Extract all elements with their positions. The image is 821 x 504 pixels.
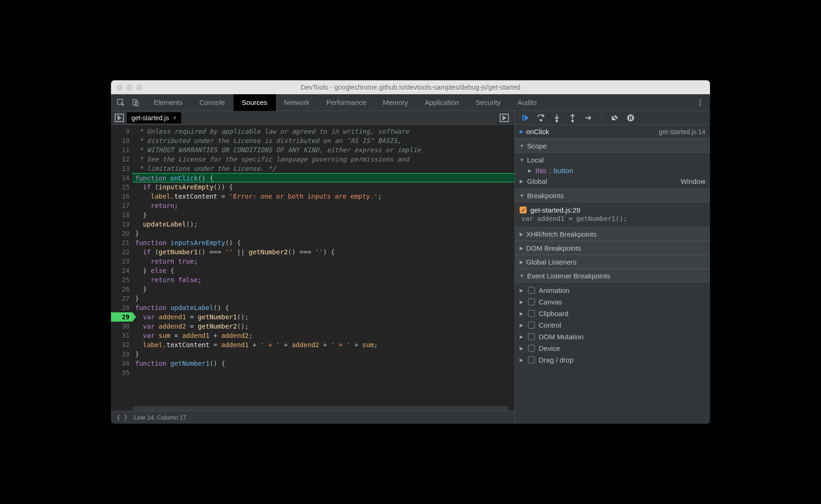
code-line[interactable]: * limitations under the License. */: [132, 164, 515, 173]
elb-category[interactable]: ▶Animation: [515, 284, 710, 296]
line-number[interactable]: 22: [111, 247, 130, 257]
line-number[interactable]: 15: [111, 182, 130, 192]
line-number[interactable]: 9: [111, 127, 130, 136]
line-number[interactable]: 17: [111, 201, 130, 210]
breakpoint-checkbox[interactable]: ✓: [520, 207, 527, 213]
code-line[interactable]: * Unless required by applicable law or a…: [132, 127, 515, 136]
code-line[interactable]: label.textContent = addend1 + ' + ' + ad…: [132, 340, 515, 349]
code-editor[interactable]: 9101112131415161718192021222324252627282…: [111, 125, 515, 411]
callstack-current[interactable]: ▶ onClick get-started.js:14: [515, 125, 710, 139]
panel-tab-audits[interactable]: Audits: [509, 94, 545, 111]
elb-checkbox[interactable]: [528, 322, 535, 329]
code-line[interactable]: if (inputsAreEmpty()) {: [132, 182, 515, 192]
elb-checkbox[interactable]: [528, 345, 535, 352]
elb-category[interactable]: ▶Clipboard: [515, 308, 710, 319]
code-line[interactable]: } else {: [132, 266, 515, 275]
code-line[interactable]: function updateLabel() {: [132, 303, 515, 312]
inspect-element-icon[interactable]: [116, 97, 126, 108]
elb-checkbox[interactable]: [528, 333, 535, 340]
device-toggle-icon[interactable]: [130, 97, 141, 108]
code-content[interactable]: * Unless required by applicable law or a…: [132, 125, 515, 411]
scope-this[interactable]: ▶ this: button: [515, 165, 710, 176]
line-number[interactable]: 25: [111, 275, 130, 284]
line-number[interactable]: 24: [111, 266, 130, 275]
line-gutter[interactable]: 9101112131415161718192021222324252627282…: [111, 125, 132, 411]
panel-tab-memory[interactable]: Memory: [375, 94, 417, 111]
code-line[interactable]: * See the License for the specific langu…: [132, 155, 515, 164]
code-line[interactable]: var addend2 = getNumber2();: [132, 322, 515, 331]
line-number[interactable]: 14: [111, 173, 130, 182]
scope-global[interactable]: ▶ Global Window: [515, 176, 710, 187]
elb-category[interactable]: ▶Control: [515, 319, 710, 331]
panel-tab-performance[interactable]: Performance: [318, 94, 375, 111]
line-number[interactable]: 26: [111, 284, 130, 294]
code-line[interactable]: function inputsAreEmpty() {: [132, 238, 515, 247]
line-number[interactable]: 29: [111, 312, 132, 322]
code-line[interactable]: }: [132, 229, 515, 238]
code-line[interactable]: * distributed under the License is distr…: [132, 136, 515, 145]
elb-category[interactable]: ▶Canvas: [515, 296, 710, 308]
elb-checkbox[interactable]: [528, 356, 535, 363]
horizontal-scrollbar[interactable]: [132, 406, 509, 411]
step-out-icon[interactable]: [568, 113, 577, 123]
code-line[interactable]: [132, 368, 515, 377]
line-number[interactable]: 30: [111, 322, 130, 331]
close-tab-icon[interactable]: ×: [173, 114, 176, 122]
step-icon[interactable]: [584, 113, 593, 123]
code-line[interactable]: }: [132, 210, 515, 220]
global-listeners-header[interactable]: ▶ Global Listeners: [515, 255, 710, 269]
line-number[interactable]: 13: [111, 164, 130, 173]
elb-checkbox[interactable]: [528, 287, 535, 294]
line-number[interactable]: 34: [111, 359, 130, 368]
breakpoint-item[interactable]: ✓ get-started.js:29 var addend1 = getNum…: [515, 204, 710, 225]
code-line[interactable]: * WITHOUT WARRANTIES OR CONDITIONS OF AN…: [132, 145, 515, 155]
line-number[interactable]: 35: [111, 368, 130, 377]
code-line[interactable]: function onClick() {: [132, 173, 515, 182]
code-line[interactable]: }: [132, 284, 515, 294]
panel-tab-console[interactable]: Console: [191, 94, 234, 111]
line-number[interactable]: 23: [111, 257, 130, 266]
code-line[interactable]: return false;: [132, 275, 515, 284]
code-line[interactable]: updateLabel();: [132, 220, 515, 229]
code-line[interactable]: }: [132, 294, 515, 303]
line-number[interactable]: 27: [111, 294, 130, 303]
pause-exceptions-icon[interactable]: [626, 113, 635, 123]
show-debugger-icon[interactable]: [499, 112, 510, 123]
panel-tab-sources[interactable]: Sources: [234, 94, 276, 111]
resume-icon[interactable]: [521, 113, 530, 123]
xhr-breakpoints-header[interactable]: ▶ XHR/fetch Breakpoints: [515, 227, 710, 241]
elb-checkbox[interactable]: [528, 298, 535, 305]
panel-tab-security[interactable]: Security: [467, 94, 509, 111]
line-number[interactable]: 33: [111, 349, 130, 359]
line-number[interactable]: 28: [111, 303, 130, 312]
pretty-print-icon[interactable]: { }: [117, 414, 127, 421]
line-number[interactable]: 20: [111, 229, 130, 238]
minimize-window-button[interactable]: [126, 84, 132, 90]
elb-category[interactable]: ▶Drag / drop: [515, 354, 710, 366]
line-number[interactable]: 10: [111, 136, 130, 145]
panel-tab-network[interactable]: Network: [276, 94, 318, 111]
event-listener-breakpoints-header[interactable]: ▼ Event Listener Breakpoints: [515, 269, 710, 283]
line-number[interactable]: 18: [111, 210, 130, 220]
line-number[interactable]: 32: [111, 340, 130, 349]
panel-tab-application[interactable]: Application: [417, 94, 467, 111]
elb-checkbox[interactable]: [528, 310, 535, 317]
dom-breakpoints-header[interactable]: ▶ DOM Breakpoints: [515, 241, 710, 255]
close-window-button[interactable]: [117, 84, 123, 90]
panel-tab-elements[interactable]: Elements: [145, 94, 191, 111]
step-over-icon[interactable]: [536, 113, 546, 123]
line-number[interactable]: 12: [111, 155, 130, 164]
breakpoints-section-header[interactable]: ▼ Breakpoints: [515, 188, 710, 202]
code-line[interactable]: if (getNumber1() === '' || getNumber2() …: [132, 247, 515, 257]
line-number[interactable]: 16: [111, 192, 130, 201]
more-options-icon[interactable]: [695, 97, 705, 108]
code-line[interactable]: label.textContent = 'Error: one or both …: [132, 192, 515, 201]
code-line[interactable]: function getNumber1() {: [132, 359, 515, 368]
code-line[interactable]: return;: [132, 201, 515, 210]
step-into-icon[interactable]: [552, 113, 561, 123]
zoom-window-button[interactable]: [136, 84, 142, 90]
scope-local[interactable]: ▼ Local: [515, 155, 710, 165]
scope-section-header[interactable]: ▼ Scope: [515, 139, 710, 153]
line-number[interactable]: 19: [111, 220, 130, 229]
show-navigator-icon[interactable]: [114, 112, 125, 123]
